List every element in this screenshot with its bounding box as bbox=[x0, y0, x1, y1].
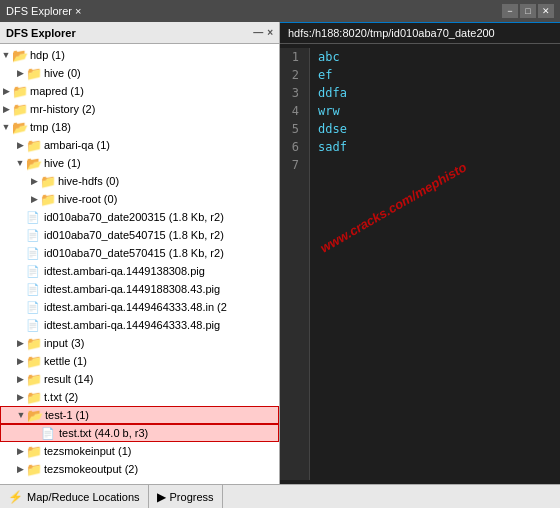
expand-icon-hive-hdfs[interactable]: ▶ bbox=[28, 176, 40, 186]
tree-item-hive[interactable]: ▶📁hive (0) bbox=[0, 64, 279, 82]
item-label-mr-history: mr-history (2) bbox=[30, 103, 95, 115]
bottom-panel: ⚡Map/Reduce Locations▶Progress bbox=[0, 484, 560, 508]
tree-item-hive-hdfs[interactable]: ▶📁hive-hdfs (0) bbox=[0, 172, 279, 190]
tree-item-hive2[interactable]: ▼📂hive (1) bbox=[0, 154, 279, 172]
folder-icon-tezsmokeinput: 📁 bbox=[26, 444, 42, 459]
tree-item-id010aba70_3[interactable]: 📄id010aba70_date570415 (1.8 Kb, r2) bbox=[0, 244, 279, 262]
item-label-ambari-qa: ambari-qa (1) bbox=[44, 139, 110, 151]
file-icon-idtest4: 📄 bbox=[26, 319, 42, 332]
tree-item-idtest4[interactable]: 📄idtest.ambari-qa.1449464333.48.pig bbox=[0, 316, 279, 334]
item-label-idtest1: idtest.ambari-qa.1449138308.pig bbox=[44, 265, 205, 277]
tree-item-test.txt[interactable]: 📄test.txt (44.0 b, r3) bbox=[0, 424, 279, 442]
tree-item-idtest1[interactable]: 📄idtest.ambari-qa.1449138308.pig bbox=[0, 262, 279, 280]
item-label-hive2: hive (1) bbox=[44, 157, 81, 169]
tree-item-t.txt[interactable]: ▶📁t.txt (2) bbox=[0, 388, 279, 406]
item-label-test-1: test-1 (1) bbox=[45, 409, 89, 421]
bottom-tab-progress[interactable]: ▶Progress bbox=[149, 485, 223, 508]
tree-item-result[interactable]: ▶📁result (14) bbox=[0, 370, 279, 388]
tree-item-tezsmokeinput[interactable]: ▶📁tezsmokeinput (1) bbox=[0, 442, 279, 460]
tree-item-input[interactable]: ▶📁input (3) bbox=[0, 334, 279, 352]
item-label-id010aba70_2: id010aba70_date540715 (1.8 Kb, r2) bbox=[44, 229, 224, 241]
tree-item-ambari-qa[interactable]: ▶📁ambari-qa (1) bbox=[0, 136, 279, 154]
item-label-kettle: kettle (1) bbox=[44, 355, 87, 367]
file-icon-id010aba70_1: 📄 bbox=[26, 211, 42, 224]
folder-icon-tmp: 📂 bbox=[12, 120, 28, 135]
file-icon-id010aba70_2: 📄 bbox=[26, 229, 42, 242]
file-tree[interactable]: ▼📂hdp (1)▶📁hive (0)▶📁mapred (1)▶📁mr-hist… bbox=[0, 44, 279, 484]
tree-item-tezsmokeoutput[interactable]: ▶📁tezsmokeoutput (2) bbox=[0, 460, 279, 478]
folder-icon-test-1: 📂 bbox=[27, 408, 43, 423]
expand-icon-input[interactable]: ▶ bbox=[14, 338, 26, 348]
bottom-tab-icon-mapreduce: ⚡ bbox=[8, 490, 23, 504]
folder-icon-result: 📁 bbox=[26, 372, 42, 387]
panel-header-title: DFS Explorer bbox=[6, 27, 249, 39]
expand-icon-hive[interactable]: ▶ bbox=[14, 68, 26, 78]
file-icon-idtest1: 📄 bbox=[26, 265, 42, 278]
line-number-5: 5 bbox=[280, 120, 303, 138]
tree-item-id010aba70_1[interactable]: 📄id010aba70_date200315 (1.8 Kb, r2) bbox=[0, 208, 279, 226]
content-area: 1234567 abcefddfawrwddsesadf bbox=[280, 44, 560, 484]
tree-item-mapred[interactable]: ▶📁mapred (1) bbox=[0, 82, 279, 100]
expand-icon-mr-history[interactable]: ▶ bbox=[0, 104, 12, 114]
expand-icon-tezsmokeoutput[interactable]: ▶ bbox=[14, 464, 26, 474]
file-explorer: DFS Explorer — × ▼📂hdp (1)▶📁hive (0)▶📁ma… bbox=[0, 22, 280, 484]
code-line-6: sadf bbox=[318, 138, 560, 156]
item-label-idtest4: idtest.ambari-qa.1449464333.48.pig bbox=[44, 319, 220, 331]
expand-icon-hive2[interactable]: ▼ bbox=[14, 158, 26, 168]
expand-icon-tezsmokeinput[interactable]: ▶ bbox=[14, 446, 26, 456]
maximize-button[interactable]: □ bbox=[520, 4, 536, 18]
tree-item-kettle[interactable]: ▶📁kettle (1) bbox=[0, 352, 279, 370]
minimize-button[interactable]: − bbox=[502, 4, 518, 18]
item-label-tezsmokeinput: tezsmokeinput (1) bbox=[44, 445, 131, 457]
expand-icon-hdp[interactable]: ▼ bbox=[0, 50, 12, 60]
panel-minimize-icon[interactable]: — bbox=[253, 27, 263, 38]
tree-item-test-1[interactable]: ▼📂test-1 (1) bbox=[0, 406, 279, 424]
expand-icon-mapred[interactable]: ▶ bbox=[0, 86, 12, 96]
tree-item-mr-history[interactable]: ▶📁mr-history (2) bbox=[0, 100, 279, 118]
file-icon-idtest2: 📄 bbox=[26, 283, 42, 296]
expand-icon-ambari-qa[interactable]: ▶ bbox=[14, 140, 26, 150]
tree-item-hive-root[interactable]: ▶📁hive-root (0) bbox=[0, 190, 279, 208]
bottom-tab-icon-progress: ▶ bbox=[157, 490, 166, 504]
item-label-id010aba70_3: id010aba70_date570415 (1.8 Kb, r2) bbox=[44, 247, 224, 259]
line-numbers: 1234567 bbox=[280, 48, 310, 480]
code-line-2: ef bbox=[318, 66, 560, 84]
line-number-3: 3 bbox=[280, 84, 303, 102]
expand-icon-hive-root[interactable]: ▶ bbox=[28, 194, 40, 204]
tree-item-hdp[interactable]: ▼📂hdp (1) bbox=[0, 46, 279, 64]
main-area: DFS Explorer — × ▼📂hdp (1)▶📁hive (0)▶📁ma… bbox=[0, 22, 560, 484]
expand-icon-tmp[interactable]: ▼ bbox=[0, 122, 12, 132]
folder-icon-hive-root: 📁 bbox=[40, 192, 56, 207]
folder-icon-tezsmokeoutput: 📁 bbox=[26, 462, 42, 477]
code-lines: abcefddfawrwddsesadf bbox=[310, 48, 560, 480]
file-icon-test.txt: 📄 bbox=[41, 427, 57, 440]
tree-item-id010aba70_2[interactable]: 📄id010aba70_date540715 (1.8 Kb, r2) bbox=[0, 226, 279, 244]
item-label-mapred: mapred (1) bbox=[30, 85, 84, 97]
panel-close-icon[interactable]: × bbox=[267, 27, 273, 38]
expand-icon-kettle[interactable]: ▶ bbox=[14, 356, 26, 366]
item-label-hive-root: hive-root (0) bbox=[58, 193, 117, 205]
line-number-2: 2 bbox=[280, 66, 303, 84]
tree-item-idtest3[interactable]: 📄idtest.ambari-qa.1449464333.48.in (2 bbox=[0, 298, 279, 316]
item-label-hive: hive (0) bbox=[44, 67, 81, 79]
file-content-panel: hdfs:/h188:8020/tmp/id010aba70_date200 1… bbox=[280, 22, 560, 484]
tree-item-idtest2[interactable]: 📄idtest.ambari-qa.1449188308.43.pig bbox=[0, 280, 279, 298]
item-label-hive-hdfs: hive-hdfs (0) bbox=[58, 175, 119, 187]
file-tab[interactable]: hdfs:/h188:8020/tmp/id010aba70_date200 bbox=[280, 22, 560, 44]
line-number-6: 6 bbox=[280, 138, 303, 156]
close-button[interactable]: ✕ bbox=[538, 4, 554, 18]
item-label-t.txt: t.txt (2) bbox=[44, 391, 78, 403]
expand-icon-result[interactable]: ▶ bbox=[14, 374, 26, 384]
bottom-tab-mapreduce[interactable]: ⚡Map/Reduce Locations bbox=[0, 485, 149, 508]
folder-icon-t.txt: 📁 bbox=[26, 390, 42, 405]
line-number-4: 4 bbox=[280, 102, 303, 120]
expand-icon-t.txt[interactable]: ▶ bbox=[14, 392, 26, 402]
title-bar-buttons: − □ ✕ bbox=[502, 4, 554, 18]
tree-item-tmp[interactable]: ▼📂tmp (18) bbox=[0, 118, 279, 136]
folder-icon-mapred: 📁 bbox=[12, 84, 28, 99]
bottom-tab-label-mapreduce: Map/Reduce Locations bbox=[27, 491, 140, 503]
expand-icon-test-1[interactable]: ▼ bbox=[15, 410, 27, 420]
item-label-hdp: hdp (1) bbox=[30, 49, 65, 61]
folder-icon-ambari-qa: 📁 bbox=[26, 138, 42, 153]
title-bar-title: DFS Explorer × bbox=[6, 5, 496, 17]
